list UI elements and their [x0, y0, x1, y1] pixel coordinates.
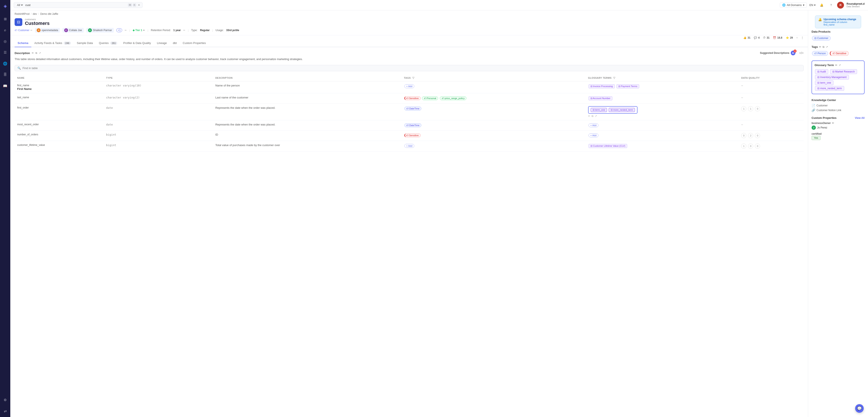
stars-button[interactable]: ⭐ 29: [786, 36, 793, 39]
owner-collate-joe[interactable]: C Collate Joe: [62, 28, 84, 33]
add-glossary-btn[interactable]: + Add: [589, 133, 598, 137]
glossary-term-inventory[interactable]: ⊟ Inventory Management: [815, 75, 849, 79]
tab-sample-data[interactable]: Sample Data: [74, 39, 96, 47]
suggest-descriptions-btn[interactable]: Suggested Descriptions AI 4: [760, 51, 795, 55]
domain-selector[interactable]: 🌐 All Domains ▾: [780, 2, 807, 8]
add-tag-btn[interactable]: + Add: [404, 84, 414, 88]
description-share-icon[interactable]: ↗: [39, 52, 41, 55]
search-nav-icon[interactable]: ⌕: [2, 27, 8, 33]
settings-icon[interactable]: ⚙: [2, 396, 8, 403]
owner-more[interactable]: +1: [116, 28, 122, 32]
find-in-table-input[interactable]: [23, 66, 59, 70]
owner-openmetadata[interactable]: O openmetadata: [35, 28, 60, 33]
chatbot-button[interactable]: 💬: [855, 404, 864, 413]
tab-schema[interactable]: Schema: [14, 39, 31, 47]
meta-row: 🏷 Customer ✏ O openmetadata C Collate Jo…: [14, 28, 804, 33]
tab-dbt[interactable]: dbt: [170, 39, 180, 47]
glossary-term-nested[interactable]: ⊟ more_nested_term: [815, 86, 844, 91]
tag-datetime[interactable]: 🏷 DateTime: [404, 123, 421, 127]
row-link-icon[interactable]: ↗: [595, 115, 597, 118]
add-tag-btn[interactable]: + Add: [404, 144, 414, 148]
owners-edit-icon[interactable]: ✏: [125, 29, 127, 32]
tag-sensitive-panel[interactable]: 🏷 Sensitive: [830, 51, 849, 56]
conversations-button[interactable]: 💬 4: [754, 36, 760, 39]
views-button[interactable]: ⏱ 31: [763, 36, 770, 39]
tags-filter-icon[interactable]: ▽: [412, 76, 414, 79]
tag-sensitive[interactable]: 🏷 Sensitive: [404, 96, 421, 100]
description-copy-icon[interactable]: ⧉: [35, 52, 37, 55]
tag-sensitive[interactable]: 🏷 Sensitive: [404, 133, 421, 137]
glossary-filter-icon[interactable]: ▽: [613, 76, 615, 79]
globe-icon[interactable]: 🌐: [2, 60, 8, 67]
cell-name: first_name First Name: [14, 81, 103, 93]
explore-icon[interactable]: ◎: [2, 38, 8, 44]
tags-share-icon[interactable]: ↗: [826, 45, 828, 49]
notifications-icon[interactable]: 🔔: [818, 2, 825, 8]
glossary-share-icon[interactable]: ↗: [839, 64, 841, 67]
description-edit-icon[interactable]: ✏: [32, 52, 34, 55]
glossary-term-market-research[interactable]: ⊟ Market Research: [830, 69, 857, 74]
data-product-customer[interactable]: ⊟ Customer: [812, 36, 831, 40]
search-container: All ⌘ K ✕: [14, 2, 143, 8]
database-icon[interactable]: 🗄: [2, 71, 8, 78]
tags-copy-icon[interactable]: ⧉: [823, 45, 825, 49]
cell-type: bigint: [103, 141, 213, 151]
glossary-chip-clv[interactable]: ⊟ Customer Lifetime Value (CLV): [589, 144, 627, 148]
glossary-term-term-one[interactable]: ⊟ term_one: [815, 81, 833, 85]
tag-datetime[interactable]: 🏷 DateTime: [404, 107, 421, 110]
share-button[interactable]: ↑: [796, 36, 798, 39]
glossary-term-audit[interactable]: ⊟ Audit: [815, 69, 828, 74]
tag-personal[interactable]: 🏷 Personal: [422, 96, 438, 100]
row-edit-icon[interactable]: ✏: [588, 115, 590, 118]
search-filter-select[interactable]: All: [16, 3, 24, 7]
book-icon[interactable]: 📖: [2, 83, 8, 89]
custom-properties-title: Custom Properties View All: [811, 116, 865, 120]
view-all-link[interactable]: View All: [855, 117, 865, 120]
tag-edit-icon[interactable]: ✏: [30, 29, 32, 32]
code-view-icon[interactable]: </>: [799, 51, 804, 55]
tab-lineage[interactable]: Lineage: [154, 39, 170, 47]
language-selector[interactable]: EN ▾: [809, 3, 816, 7]
tag-customer[interactable]: 🏷 Customer ✏: [14, 29, 32, 32]
breadcrumb-item-0[interactable]: RedshiftProd: [14, 12, 29, 15]
schema-table: NAME TYPE DESCRIPTION TAGS ▽ GLOSSARY TE…: [14, 75, 804, 152]
time-button[interactable]: ⏰ 18.8: [773, 36, 782, 39]
tag-price-range[interactable]: 🏷 price_range_policy: [440, 96, 466, 100]
tag-person[interactable]: 🏷 Person: [812, 51, 828, 56]
connect-icon[interactable]: ⇄: [2, 408, 8, 414]
tab-queries[interactable]: Queries 261: [96, 39, 120, 47]
logo-icon[interactable]: ◈: [2, 3, 8, 9]
retention-edit-icon[interactable]: ✏: [183, 29, 185, 32]
glossary-chip[interactable]: ⊟ Account Number: [589, 96, 612, 100]
business-owner-edit-icon[interactable]: ✏: [832, 122, 834, 125]
breadcrumb-item-1[interactable]: dev: [33, 12, 37, 15]
knowledge-item-customer[interactable]: 📄 Customer: [811, 104, 865, 107]
more-button[interactable]: ⋮: [801, 36, 804, 39]
home-icon[interactable]: ⊞: [2, 15, 8, 22]
owner-shailesh[interactable]: S Shailesh Parmar: [86, 28, 114, 33]
col-header-name: NAME: [14, 75, 103, 81]
glossary-chip[interactable]: ⊟ Payment Terms: [616, 84, 639, 88]
glossary-chip[interactable]: ⊟ Invoice Processing: [589, 84, 615, 88]
glossary-chip-nested[interactable]: ⊟ more_nested_term: [609, 108, 635, 112]
row-copy-icon[interactable]: ⧉: [592, 115, 593, 118]
search-input[interactable]: [25, 3, 126, 7]
user-avatar[interactable]: R: [837, 2, 844, 8]
catalog-icon[interactable]: ☰: [2, 49, 8, 56]
search-clear-icon[interactable]: ✕: [138, 3, 140, 7]
tier-badge[interactable]: ◆ Tier 1 ✏: [133, 29, 145, 32]
add-glossary-btn[interactable]: + Add: [589, 123, 598, 127]
tab-activity-feeds[interactable]: Activity Feeds & Tasks 246: [31, 39, 74, 47]
help-icon[interactable]: ?: [828, 2, 835, 8]
cell-dq: 0 2 0: [739, 130, 804, 141]
knowledge-item-notion[interactable]: 🔗 Customer Notion Link: [811, 108, 865, 112]
col-header-dq: DATA QUALITY: [739, 75, 804, 81]
tags-edit-icon[interactable]: ✏: [819, 45, 821, 49]
breadcrumb-item-2[interactable]: Demo dbt Jaffle: [40, 12, 58, 15]
ai-badge: AI 4: [791, 51, 796, 55]
likes-button[interactable]: 👍 31: [743, 36, 750, 39]
tab-profiler[interactable]: Profiler & Data Quality: [120, 39, 154, 47]
tab-custom-properties[interactable]: Custom Properties: [180, 39, 209, 47]
glossary-edit-icon[interactable]: ✏: [835, 64, 837, 67]
glossary-chip-term-one[interactable]: ⊟ term_one: [591, 108, 607, 112]
